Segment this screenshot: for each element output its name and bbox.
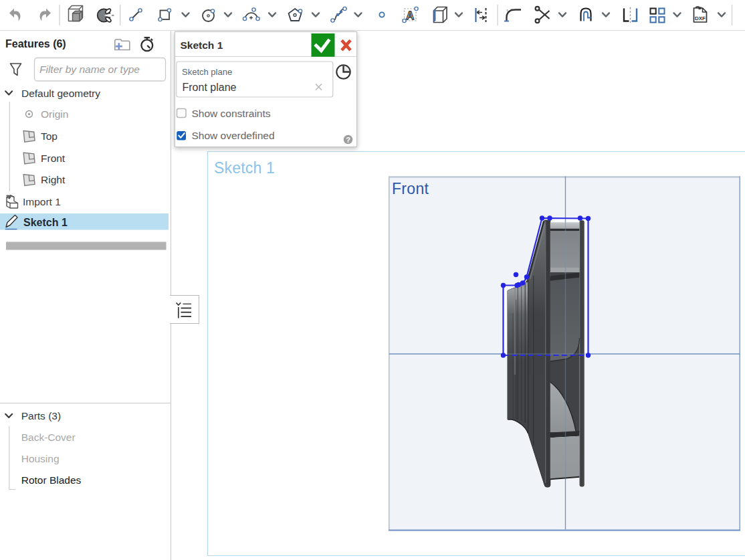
svg-text:Filter by name or type: Filter by name or type bbox=[39, 64, 140, 75]
svg-text:Show constraints: Show constraints bbox=[192, 108, 271, 119]
svg-text:Origin: Origin bbox=[41, 108, 68, 120]
svg-text:Back-Cover: Back-Cover bbox=[21, 432, 76, 443]
svg-text:Front plane: Front plane bbox=[183, 82, 237, 93]
svg-text:Sketch 1: Sketch 1 bbox=[214, 159, 275, 177]
svg-text:A: A bbox=[406, 9, 414, 21]
svg-text:Show overdefined: Show overdefined bbox=[192, 130, 275, 141]
svg-text:DXF: DXF bbox=[695, 15, 706, 21]
svg-text:Front: Front bbox=[41, 153, 66, 164]
svg-text:Top: Top bbox=[41, 130, 58, 142]
svg-text:Features (6): Features (6) bbox=[5, 38, 66, 50]
svg-text:Rotor Blades: Rotor Blades bbox=[21, 474, 82, 486]
svg-text:Sketch 1: Sketch 1 bbox=[23, 217, 68, 228]
svg-text:Sketch plane: Sketch plane bbox=[182, 67, 232, 77]
svg-text:Front: Front bbox=[392, 180, 429, 197]
svg-text:?: ? bbox=[346, 136, 350, 144]
svg-text:Housing: Housing bbox=[21, 453, 60, 464]
svg-text:Parts (3): Parts (3) bbox=[21, 410, 61, 422]
svg-text:Default geometry: Default geometry bbox=[21, 88, 100, 99]
svg-text:Sketch 1: Sketch 1 bbox=[181, 39, 223, 51]
svg-text:Import 1: Import 1 bbox=[23, 196, 61, 207]
svg-text:Right: Right bbox=[41, 174, 66, 185]
